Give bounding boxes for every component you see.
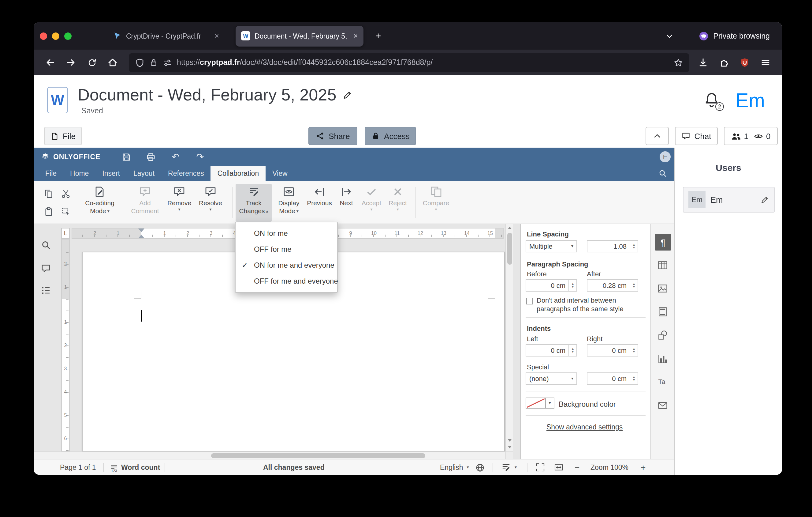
table-settings-icon[interactable] (657, 259, 669, 271)
zoom-out-button[interactable]: − (575, 459, 579, 475)
user-list-item[interactable]: Em Em (683, 187, 775, 213)
reject-change-button[interactable]: Reject ▾ (384, 184, 412, 222)
undo-button[interactable]: ↶ (168, 149, 183, 164)
quick-save-button[interactable] (118, 149, 134, 164)
background-color-swatch[interactable] (526, 398, 546, 409)
document-language-globe-icon[interactable] (475, 459, 485, 475)
edit-title-pencil-icon[interactable] (342, 90, 352, 100)
window-zoom-button[interactable] (64, 32, 71, 39)
forward-button[interactable] (62, 53, 80, 72)
permissions-sliders-icon[interactable] (163, 58, 172, 67)
bookmark-star-icon[interactable] (674, 58, 683, 67)
search-icon[interactable] (659, 169, 667, 178)
menu-item-off-for-me[interactable]: OFF for me (236, 241, 337, 257)
find-icon[interactable] (40, 239, 52, 251)
file-button[interactable]: File (44, 127, 82, 145)
collapse-toolbar-button[interactable] (645, 127, 669, 145)
special-select[interactable]: (none) ▾ (526, 373, 577, 385)
resolve-comment-button[interactable]: Resolve ▾ (195, 184, 226, 222)
line-spacing-amount-input[interactable]: 1.08 ▴▾ (587, 240, 638, 252)
compare-button[interactable]: Compare ▾ (418, 184, 454, 222)
spinner[interactable]: ▴▾ (569, 345, 576, 356)
language-selector[interactable]: English ▾ (440, 459, 469, 475)
chat-button[interactable]: Chat (675, 127, 718, 145)
tab-collaboration[interactable]: Collaboration (211, 166, 266, 181)
scroll-up-arrow[interactable] (508, 227, 512, 229)
cut-button[interactable] (58, 186, 73, 201)
line-spacing-select[interactable]: Multiple ▾ (526, 240, 577, 252)
word-count-button[interactable]: Word count (110, 459, 160, 475)
background-color-caret[interactable]: ▾ (546, 398, 554, 409)
fit-width-button[interactable] (554, 459, 563, 475)
spinner[interactable]: ▴▾ (630, 241, 638, 252)
spinner[interactable]: ▴▾ (630, 373, 638, 384)
remove-comment-button[interactable]: Remove ▾ (164, 184, 195, 222)
next-page-arrow[interactable] (508, 446, 512, 448)
previous-change-button[interactable]: Previous (304, 184, 335, 222)
app-menu-button[interactable] (756, 53, 775, 72)
tab-references[interactable]: References (161, 166, 211, 181)
horizontal-scrollbar[interactable] (34, 452, 505, 459)
coediting-mode-button[interactable]: Co-editing Mode▾ (81, 184, 119, 222)
back-button[interactable] (41, 53, 59, 72)
tracking-shield-icon[interactable] (135, 58, 144, 67)
tab-file[interactable]: File (38, 166, 63, 181)
quick-print-button[interactable] (143, 149, 158, 164)
fit-page-button[interactable] (535, 459, 545, 475)
scrollbar-thumb[interactable] (507, 233, 512, 265)
account-avatar[interactable]: Em (735, 90, 765, 110)
downloads-button[interactable] (694, 53, 712, 72)
spinner[interactable]: ▴▾ (569, 280, 576, 291)
access-button[interactable]: Access (365, 127, 416, 145)
home-button[interactable] (104, 53, 122, 72)
text-art-settings-icon[interactable] (657, 376, 669, 388)
reload-button[interactable] (83, 53, 101, 72)
url-bar[interactable]: https://cryptpad.fr/doc/#/3/doc/edit/ff0… (129, 53, 689, 72)
spacing-after-input[interactable]: 0.28 cm ▴▾ (587, 279, 638, 292)
tab-close-icon[interactable]: × (353, 32, 358, 40)
window-minimize-button[interactable] (52, 32, 59, 39)
indent-right-input[interactable]: 0 cm ▴▾ (587, 344, 638, 356)
navigation-panel-icon[interactable] (40, 284, 52, 297)
users-summary-button[interactable]: 1 0 (724, 127, 778, 145)
new-tab-button[interactable]: + (370, 27, 387, 45)
edit-user-pencil-icon[interactable] (761, 195, 769, 204)
track-changes-button[interactable]: Track Changes▴ (236, 184, 272, 222)
header-footer-settings-icon[interactable] (657, 306, 669, 318)
menu-item-off-for-everyone[interactable]: OFF for me and everyone (236, 273, 337, 289)
menu-item-on-for-everyone[interactable]: ✓ON for me and everyone (236, 257, 337, 273)
scrollbar-thumb[interactable] (211, 453, 425, 458)
tab-close-icon[interactable]: × (214, 32, 219, 40)
vertical-ruler[interactable]: 21123456 (61, 239, 70, 452)
copy-button[interactable] (41, 186, 56, 201)
mail-merge-icon[interactable] (657, 399, 669, 412)
special-amount-input[interactable]: 0 cm ▴▾ (587, 373, 638, 385)
display-mode-button[interactable]: Display Mode▾ (272, 184, 305, 222)
add-comment-button[interactable]: Add Comment (126, 184, 164, 222)
spinner[interactable]: ▴▾ (630, 345, 638, 356)
share-button[interactable]: Share (309, 127, 357, 145)
left-indent-marker[interactable] (138, 235, 144, 238)
advanced-settings-link[interactable]: Show advanced settings (546, 423, 622, 431)
tab-view[interactable]: View (266, 166, 294, 181)
shape-settings-icon[interactable] (657, 329, 669, 341)
track-changes-status-button[interactable]: ▾ (501, 459, 517, 475)
no-interval-checkbox[interactable] (526, 298, 533, 304)
tab-document-active[interactable]: W Document - Wed, February 5, 2 × (236, 25, 364, 46)
next-change-button[interactable]: Next (334, 184, 358, 222)
comments-panel-icon[interactable] (40, 262, 52, 274)
tab-insert[interactable]: Insert (95, 166, 127, 181)
spinner[interactable]: ▴▾ (630, 280, 638, 291)
extensions-button[interactable] (715, 53, 733, 72)
first-line-indent-marker[interactable] (138, 228, 144, 232)
tab-layout[interactable]: Layout (127, 166, 161, 181)
image-settings-icon[interactable] (657, 282, 669, 295)
chart-settings-icon[interactable] (657, 353, 669, 365)
window-close-button[interactable] (40, 32, 47, 39)
select-all-button[interactable] (58, 204, 73, 219)
list-tabs-chevron-icon[interactable] (661, 27, 678, 45)
indent-left-input[interactable]: 0 cm ▴▾ (526, 344, 577, 356)
scroll-down-arrow[interactable] (508, 439, 512, 442)
accept-change-button[interactable]: Accept ▾ (357, 184, 386, 222)
tab-cryptdrive[interactable]: CryptDrive - CryptPad.fr × (107, 25, 225, 46)
